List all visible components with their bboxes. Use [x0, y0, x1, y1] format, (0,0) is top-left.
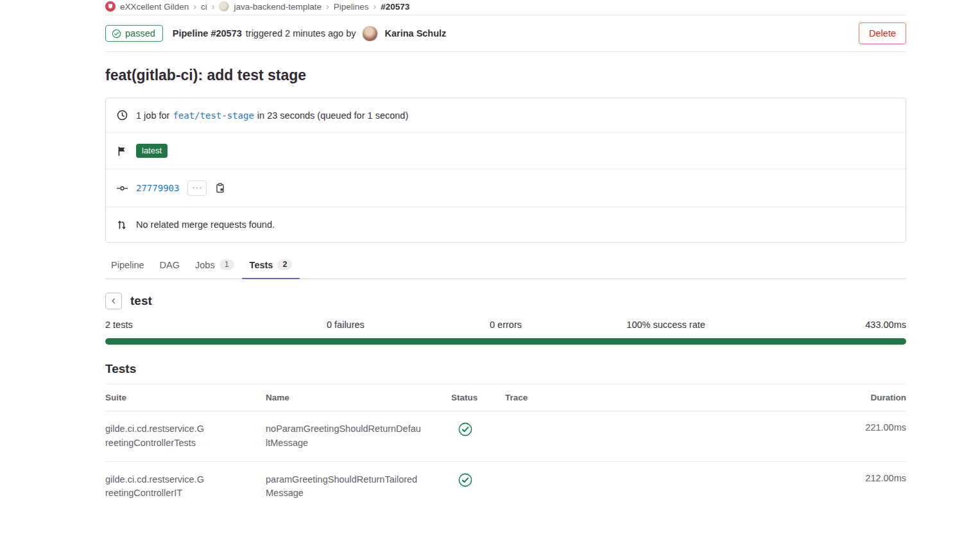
column-header-status: Status: [451, 393, 505, 402]
latest-badge: latest: [136, 144, 168, 158]
pipeline-status-bar: passed Pipeline #20573 triggered 2 minut…: [105, 15, 906, 52]
stat-success-rate: 100% success rate: [586, 320, 746, 330]
delete-pipeline-button[interactable]: Delete: [859, 22, 906, 44]
breadcrumb-item-pipelines[interactable]: Pipelines: [334, 2, 369, 12]
branch-link[interactable]: feat/test-stage: [173, 110, 254, 121]
stat-failures: 0 failures: [266, 320, 426, 330]
test-suite-cell: gilde.ci.cd.restservice.GreetingControll…: [105, 422, 266, 451]
tab-pipeline[interactable]: Pipeline: [105, 252, 152, 279]
column-header-name: Name: [266, 393, 451, 402]
commit-row: 27779903 ···: [106, 169, 906, 207]
flag-icon: [117, 146, 128, 157]
suite-title: test: [130, 294, 152, 308]
test-status-cell: [451, 422, 505, 438]
test-suite-header: test: [105, 293, 906, 309]
clipboard-icon: [215, 183, 225, 193]
project-avatar-icon: [219, 1, 229, 12]
suite-stats: 2 tests 0 failures 0 errors 100% success…: [105, 320, 906, 330]
tab-tests-label: Tests: [250, 260, 273, 270]
clock-icon: [117, 110, 128, 121]
group-avatar-icon: [105, 1, 116, 12]
breadcrumb-separator-icon: ›: [373, 1, 376, 12]
merge-request-row: No related merge requests found.: [106, 207, 906, 242]
pipeline-info-box: 1 job for feat/test-stage in 23 seconds …: [105, 98, 906, 243]
check-circle-icon: [112, 29, 121, 39]
stat-errors: 0 errors: [426, 320, 586, 330]
column-header-duration: Duration: [829, 393, 906, 402]
test-suite-cell: gilde.ci.cd.restservice.GreetingControll…: [105, 473, 266, 501]
job-summary: 1 job for feat/test-stage in 23 seconds …: [136, 110, 408, 121]
breadcrumb-item-group[interactable]: eXXcellent Gilden: [120, 2, 189, 12]
pipeline-id: Pipeline #20573: [173, 28, 242, 39]
tab-jobs-label: Jobs: [195, 260, 215, 270]
test-passed-icon: [458, 473, 472, 487]
breadcrumb-item-ci[interactable]: ci: [201, 2, 207, 12]
triggered-text: triggered 2 minutes ago by: [246, 28, 356, 39]
success-progress-bar: [105, 338, 906, 345]
pipeline-tabs: Pipeline DAG Jobs 1 Tests 2: [105, 252, 906, 279]
test-name-text: paramGreetingShouldReturnTailoredMessage: [266, 473, 421, 501]
tab-dag-label: DAG: [160, 260, 180, 270]
table-row: gilde.ci.cd.restservice.GreetingControll…: [105, 411, 906, 462]
job-duration-row: 1 job for feat/test-stage in 23 seconds …: [106, 98, 906, 133]
pipeline-summary-text: Pipeline #20573 triggered 2 minutes ago …: [173, 26, 447, 42]
test-duration-cell: 221.00ms: [829, 422, 906, 433]
merge-request-icon: [117, 219, 128, 230]
breadcrumb-separator-icon: ›: [193, 1, 196, 12]
test-name-cell: noParamGreetingShouldReturnDefaultMessag…: [266, 422, 451, 451]
status-badge[interactable]: passed: [105, 25, 163, 42]
stat-duration: 433.00ms: [746, 320, 906, 330]
breadcrumb-separator-icon: ›: [326, 1, 329, 12]
tab-pipeline-label: Pipeline: [111, 260, 144, 270]
job-time-text: in 23 seconds (queued for 1 second): [257, 110, 408, 121]
back-button[interactable]: [105, 293, 122, 309]
test-name-cell: paramGreetingShouldReturnTailoredMessage: [266, 473, 451, 501]
commit-sha-link[interactable]: 27779903: [136, 183, 179, 193]
breadcrumb-separator-icon: ›: [212, 1, 215, 12]
tab-dag[interactable]: DAG: [152, 252, 187, 279]
status-badge-label: passed: [125, 28, 155, 39]
test-passed-icon: [458, 422, 472, 436]
no-merge-requests-text: No related merge requests found.: [136, 219, 275, 230]
breadcrumb-item-project[interactable]: java-backend-template: [234, 2, 322, 12]
tab-jobs-count-badge: 1: [219, 259, 234, 270]
tab-tests[interactable]: Tests 2: [242, 252, 300, 279]
breadcrumb: eXXcellent Gilden › ci › java-backend-te…: [105, 0, 906, 15]
expand-commit-button[interactable]: ···: [187, 180, 207, 196]
test-name-text: noParamGreetingShouldReturnDefaultMessag…: [266, 422, 421, 451]
tests-heading: Tests: [105, 362, 906, 376]
tests-table-header: Suite Name Status Trace Duration: [105, 384, 906, 411]
user-name-link[interactable]: Karina Schulz: [384, 28, 446, 39]
tab-tests-count-badge: 2: [277, 259, 292, 270]
copy-sha-button[interactable]: [215, 183, 225, 193]
column-header-suite: Suite: [105, 393, 266, 402]
test-suite-text: gilde.ci.cd.restservice.GreetingControll…: [105, 473, 205, 501]
commit-title: feat(gitlab-ci): add test stage: [105, 67, 906, 84]
test-suite-text: gilde.ci.cd.restservice.GreetingControll…: [105, 422, 205, 451]
user-avatar[interactable]: [362, 26, 378, 42]
test-status-cell: [451, 473, 505, 489]
chevron-left-icon: [110, 296, 117, 305]
table-row: gilde.ci.cd.restservice.GreetingControll…: [105, 462, 906, 512]
tests-table: Suite Name Status Trace Duration gilde.c…: [105, 384, 906, 511]
column-header-trace: Trace: [505, 393, 829, 402]
job-count-text: 1 job for: [136, 110, 169, 121]
pipeline-page: eXXcellent Gilden › ci › java-backend-te…: [105, 0, 906, 511]
tab-jobs[interactable]: Jobs 1: [187, 252, 242, 279]
commit-icon: [117, 183, 128, 194]
test-duration-cell: 212.00ms: [829, 473, 906, 483]
stat-tests: 2 tests: [105, 320, 266, 330]
latest-badge-row: latest: [106, 133, 906, 169]
breadcrumb-item-current: #20573: [381, 2, 409, 12]
